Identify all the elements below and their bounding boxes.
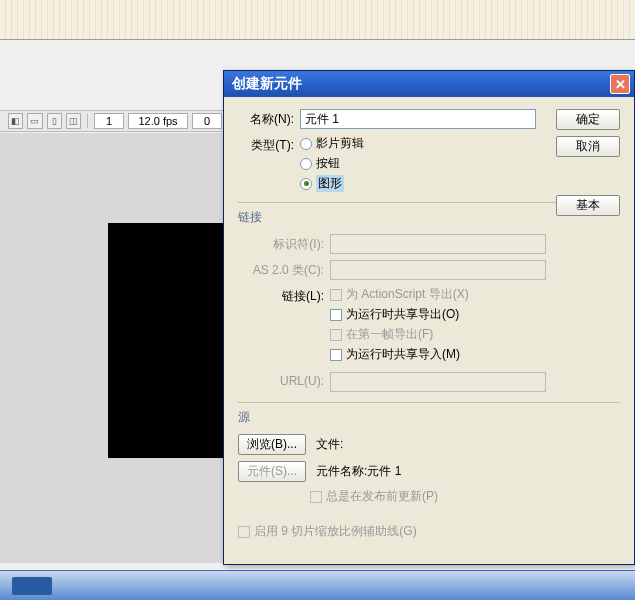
as2class-input <box>330 260 546 280</box>
cancel-button[interactable]: 取消 <box>556 136 620 157</box>
linkage-label: 链接(L): <box>238 286 330 305</box>
create-symbol-dialog: 创建新元件 ✕ 确定 取消 基本 名称(N): 类型(T): 影片剪辑 <box>223 70 635 565</box>
checkbox-icon <box>238 526 250 538</box>
export-runtime-checkbox[interactable]: 为运行时共享导出(O) <box>330 306 620 323</box>
radio-icon <box>300 138 312 150</box>
url-label: URL(U): <box>238 372 330 388</box>
tool-icon[interactable]: ▭ <box>27 113 42 129</box>
taskbar[interactable] <box>0 570 635 600</box>
close-button[interactable]: ✕ <box>610 74 630 94</box>
url-input <box>330 372 546 392</box>
export-as-checkbox: 为 ActionScript 导出(X) <box>330 286 620 303</box>
file-label: 文件: <box>316 436 343 453</box>
basic-button[interactable]: 基本 <box>556 195 620 216</box>
always-update-checkbox: 总是在发布前更新(P) <box>310 488 438 505</box>
tool-icon[interactable]: ◫ <box>66 113 81 129</box>
symbol-button: 元件(S)... <box>238 461 306 482</box>
time-display[interactable]: 0 <box>192 113 222 129</box>
source-section-title: 源 <box>238 409 620 426</box>
checkbox-label: 为运行时共享导入(M) <box>346 347 460 361</box>
checkbox-icon <box>330 309 342 321</box>
export-first-checkbox: 在第一帧导出(F) <box>330 326 620 343</box>
radio-label: 影片剪辑 <box>316 135 364 152</box>
fps-display[interactable]: 12.0 fps <box>128 113 188 129</box>
tool-icon[interactable]: ▯ <box>47 113 62 129</box>
import-runtime-checkbox[interactable]: 为运行时共享导入(M) <box>330 346 620 363</box>
checkbox-icon <box>330 349 342 361</box>
identifier-input <box>330 234 546 254</box>
radio-label: 图形 <box>316 175 344 192</box>
radio-label: 按钮 <box>316 155 340 172</box>
checkbox-label: 为运行时共享导出(O) <box>346 307 459 321</box>
symbol-name-label: 元件名称:元件 1 <box>316 463 401 480</box>
separator <box>87 114 88 128</box>
stage-canvas[interactable] <box>108 223 230 458</box>
ok-button[interactable]: 确定 <box>556 109 620 130</box>
checkbox-label: 为 ActionScript 导出(X) <box>346 287 469 301</box>
checkbox-icon <box>330 289 342 301</box>
checkbox-label: 在第一帧导出(F) <box>346 327 433 341</box>
dialog-titlebar[interactable]: 创建新元件 ✕ <box>224 71 634 97</box>
frame-number[interactable]: 1 <box>94 113 124 129</box>
dialog-title: 创建新元件 <box>232 75 610 93</box>
timeline-ruler <box>0 0 635 40</box>
identifier-label: 标识符(I): <box>238 234 330 253</box>
radio-icon <box>300 158 312 170</box>
radio-icon <box>300 178 312 190</box>
as2class-label: AS 2.0 类(C): <box>238 260 330 279</box>
close-icon: ✕ <box>615 77 626 92</box>
timeline-toolbar: ◧ ▭ ▯ ◫ 1 12.0 fps 0 <box>0 110 230 132</box>
checkbox-icon <box>310 491 322 503</box>
stage-area <box>0 133 230 563</box>
checkbox-label: 总是在发布前更新(P) <box>326 489 438 503</box>
browse-button[interactable]: 浏览(B)... <box>238 434 306 455</box>
checkbox-label: 启用 9 切片缩放比例辅助线(G) <box>254 524 417 538</box>
checkbox-icon <box>330 329 342 341</box>
name-label: 名称(N): <box>238 109 300 128</box>
type-label: 类型(T): <box>238 135 300 154</box>
scale9-checkbox: 启用 9 切片缩放比例辅助线(G) <box>238 523 620 540</box>
name-input[interactable] <box>300 109 536 129</box>
tool-icon[interactable]: ◧ <box>8 113 23 129</box>
